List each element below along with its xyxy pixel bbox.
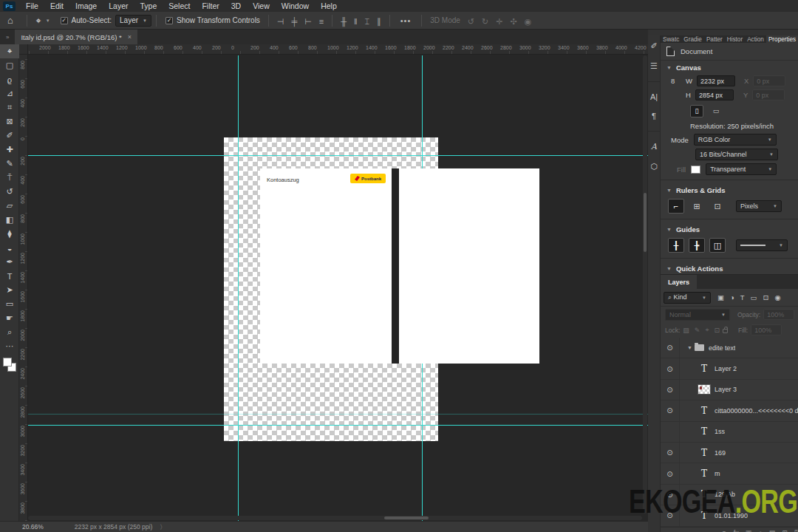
zoom-tool[interactable]: ⌕ [0,325,19,339]
path-selection-tool[interactable]: ➤ [0,283,19,297]
3d-pan-icon[interactable]: ✛ [492,17,506,26]
object-selection-tool[interactable]: ⊿ [0,86,19,100]
new-layer-icon[interactable]: ⊞ [782,529,788,532]
menu-item-filter[interactable]: Filter [196,0,225,12]
lock-position-icon[interactable]: ⌖ [705,326,709,334]
document-tab[interactable]: Italy id.psd @ 20.7% (RGB/16) * × [15,30,137,44]
ruler-units-dropdown[interactable]: Pixels▼ [736,200,782,212]
crop-tool[interactable]: ⌗ [0,100,19,115]
filter-pixel-layers-icon[interactable]: ▣ [716,293,726,301]
width-field[interactable]: 2232 px [697,75,735,86]
filter-type-layers-icon[interactable]: T [739,293,746,301]
visibility-toggle[interactable]: ⊙ [661,358,680,378]
link-dimensions-icon[interactable]: 8 [671,77,681,85]
ruler-vertical[interactable]: 8006004002000200400600800100012001400160… [19,55,28,521]
visibility-toggle[interactable]: ⊙ [661,443,680,463]
filter-shape-layers-icon[interactable]: ▭ [749,293,759,301]
hand-tool[interactable]: ☛ [0,311,19,325]
3d-panel-icon[interactable]: ⬡ [650,162,658,171]
zoom-level-field[interactable]: 20.66% [22,523,44,531]
tab-gradie[interactable]: Gradie [681,35,704,43]
move-tool-icon[interactable]: ⌖ [32,16,46,26]
visibility-toggle[interactable]: ⊙ [661,338,680,358]
distribute-right-icon[interactable]: ∥ [373,17,385,26]
auto-select-target-dropdown[interactable]: Layer▼ [115,15,151,27]
visibility-toggle[interactable]: ⊙ [661,485,680,505]
lasso-tool[interactable]: ϱ [0,72,19,86]
color-mode-dropdown[interactable]: RGB Color▼ [694,134,777,146]
visibility-toggle[interactable] [661,422,680,442]
distribute-center-icon[interactable]: ‖ [350,17,361,26]
ruler-horizontal[interactable]: 2000180016001400120010008006004002000200… [28,44,648,55]
blur-tool[interactable]: ⧫ [0,227,19,241]
bit-depth-dropdown[interactable]: 16 Bits/Channel▼ [695,149,778,160]
tool-presets-icon[interactable]: ☰ [650,61,658,71]
align-bottom-icon[interactable]: ≡ [316,17,327,26]
artboard-guides-icon[interactable]: ╊ [689,238,705,253]
lock-artboard-icon[interactable]: ⊡ [714,327,720,334]
layer-row[interactable]: ⊙T169 [661,443,798,463]
layer-row[interactable]: ⊙Layer 3 [661,380,798,400]
canvas-section-header[interactable]: ▼ Canvas [661,61,798,74]
layer-style-icon[interactable]: fx [734,529,739,532]
layer-row[interactable]: ⊙Tcitta0000000...<<<<<<<<0 d [661,400,798,421]
more-options-icon[interactable]: ••• [395,16,417,25]
visibility-toggle[interactable]: ⊙ [661,380,680,400]
rectangle-tool[interactable]: ▭ [0,297,19,311]
eyedropper-tool[interactable]: ✐ [0,129,19,143]
edit-toolbar[interactable]: ⋯ [0,339,19,353]
pixel-grid-icon[interactable]: ⊡ [709,199,726,214]
brush-tool[interactable]: ✎ [0,157,19,171]
status-options-icon[interactable]: 〉 [160,523,166,531]
distribute-vertical-icon[interactable]: ⌶ [361,17,374,26]
tab-swatc[interactable]: Swatc [661,35,681,43]
layer-row[interactable]: ⊙T01.01.1990 [661,505,798,526]
distribute-left-icon[interactable]: ╫ [337,17,350,26]
guide-vertical-1[interactable] [238,55,239,521]
eraser-tool[interactable]: ▱ [0,199,19,213]
type-tool[interactable]: T [0,269,19,283]
3d-slide-icon[interactable]: ✣ [507,17,521,26]
new-group-icon[interactable]: ▤ [769,529,776,532]
auto-select-checkbox[interactable]: ✓ [61,17,68,24]
move-tool[interactable]: ⌖ [0,44,19,58]
fill-swatch[interactable] [691,166,700,174]
clone-stamp-tool[interactable]: ⍑ [0,171,19,185]
scrollbar-thumb[interactable] [384,516,429,519]
pen-tool[interactable]: ✒ [0,255,19,269]
gradient-tool[interactable]: ◧ [0,213,19,227]
lock-pixels-icon[interactable]: ✎ [695,327,700,334]
tab-action[interactable]: Action [745,35,766,43]
chevron-down-icon[interactable]: ▼ [46,18,50,23]
delete-layer-icon[interactable]: ⌦ [794,529,798,532]
frame-tool[interactable]: ⊠ [0,115,19,129]
history-brush-tool[interactable]: ↺ [0,185,19,199]
show-transform-checkbox[interactable]: ✓ [166,17,173,24]
grid-icon[interactable]: ⊞ [689,199,705,214]
guide-horizontal-3[interactable] [28,425,648,426]
layer-row[interactable]: T1ss [661,422,798,443]
chevron-down-icon[interactable]: ▼ [687,345,692,350]
canvas-viewport[interactable]: KontoauszugPostbank 20001800160014001200… [19,44,648,521]
healing-brush-tool[interactable]: ✚ [0,143,19,157]
layer-row[interactable]: ⊙TLayer 2 [661,358,798,379]
align-center-h-icon[interactable]: ╪ [287,17,301,26]
menu-item-type[interactable]: Type [134,0,163,12]
guide-horizontal-2[interactable] [28,414,648,415]
guide-style-dropdown[interactable]: ▼ [736,239,788,251]
menu-item-image[interactable]: Image [69,0,103,12]
dodge-tool[interactable]: ◒ [0,241,19,255]
home-icon[interactable]: ⌂ [0,15,22,26]
canvas-guides-icon[interactable]: ╂ [668,238,684,253]
adjustment-layer-icon[interactable]: ◑ [758,529,762,532]
tab-histor[interactable]: Histor [725,35,745,43]
3d-roll-icon[interactable]: ↻ [478,17,492,26]
layer-row[interactable]: ⊙T129 Ab [661,485,798,505]
align-left-icon[interactable]: ⊣ [273,17,288,26]
layer-row[interactable]: ⊙Tm [661,463,798,484]
lock-transparency-icon[interactable]: ▨ [683,327,689,334]
menu-item-3d[interactable]: 3D [225,0,247,12]
3d-orbit-icon[interactable]: ↺ [464,17,478,26]
guides-section-header[interactable]: ▼Guides [661,222,798,236]
fill-dropdown[interactable]: Transparent▼ [706,163,777,175]
